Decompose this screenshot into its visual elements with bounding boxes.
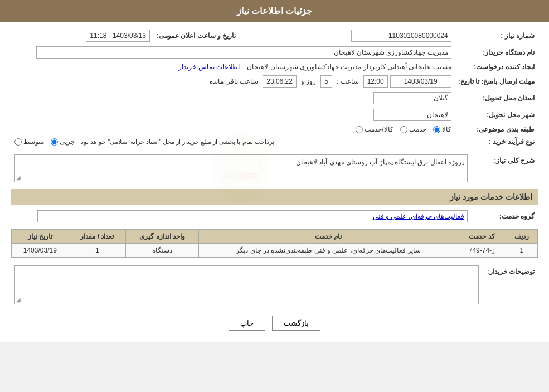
purchase-type-label: نوع فرآیند خرید : — [455, 135, 538, 148]
col-header-name: نام خدمت — [199, 230, 458, 244]
buyer-notes-label: توضیحات خریدار: — [482, 263, 538, 307]
remaining-box: 23:06:22 — [263, 75, 297, 88]
cell-service-code: ز-74-749 — [458, 244, 506, 258]
service-group-box: فعالیت‌های حرفه‌ای، علمی و فنی — [37, 210, 468, 222]
page-header: جزئیات اطلاعات نیاز — [0, 0, 549, 22]
bottom-buttons: بازگشت چاپ — [11, 316, 538, 331]
deadline-label: مهلت ارسال پاسخ: تا تاریخ: — [455, 73, 538, 90]
service-group-value: فعالیت‌های حرفه‌ای، علمی و فنی — [11, 208, 471, 225]
col-header-code: کد خدمت — [458, 230, 506, 244]
city-label: شهر محل تحویل: — [455, 107, 538, 123]
col-header-row: ردیف — [506, 230, 537, 244]
info-table: شماره نیاز : 1103010080000024 تاریخ و سا… — [11, 27, 538, 148]
need-number-value: 1103010080000024 — [239, 27, 454, 44]
page-title: جزئیات اطلاعات نیاز — [237, 6, 313, 16]
cell-service-name: سایر فعالیت‌های حرفه‌ای، علمی و فنی طبقه… — [199, 244, 458, 258]
purchase-note: پرداخت تمام یا بخشی از مبلغ خریدار از مح… — [79, 138, 274, 146]
city-box: لاهیجان — [373, 109, 451, 121]
buyer-org-value: مدیریت جهادکشاورزی شهرستان لاهیجان — [11, 44, 455, 61]
services-section-header: اطلاعات خدمات مورد نیاز — [11, 189, 538, 205]
need-number-box: 1103010080000024 — [351, 30, 451, 42]
buyer-org-label: نام دستگاه خریدار: — [455, 44, 538, 61]
need-desc-cell: RENDER پروژه انتقال برق ایستگاه پمپاژ آب… — [11, 152, 471, 185]
province-value: گیلان — [11, 90, 455, 107]
purchase-radio-jozi[interactable]: جزیی — [51, 138, 75, 146]
announce-value: 1403/03/13 - 11:18 — [11, 27, 153, 44]
service-group-table: گروه خدمت: فعالیت‌های حرفه‌ای، علمی و فن… — [11, 208, 538, 225]
need-desc-table: شرح کلی نیاز: RENDER پروژه انتقال برق ای… — [11, 152, 538, 185]
days-label: روز و — [301, 78, 316, 85]
time-box: 12:00 — [363, 75, 388, 88]
services-table: ردیف کد خدمت نام خدمت واحد اندازه گیری ت… — [11, 229, 538, 258]
col-header-date: تاریخ نیاز — [12, 230, 69, 244]
need-desc-box: RENDER پروژه انتقال برق ایستگاه پمپاژ آب… — [14, 154, 468, 182]
category-radio-kala-khedmat[interactable]: کالا/خدمت — [356, 125, 393, 133]
remaining-label: ساعت باقی مانده — [210, 78, 259, 85]
buyer-org-box: مدیریت جهادکشاورزی شهرستان لاهیجان — [36, 46, 451, 59]
purchase-type-row: متوسط جزیی پرداخت تمام یا بخشی از مبلغ خ… — [11, 135, 455, 148]
page-wrapper: جزئیات اطلاعات نیاز شماره نیاز : 1103010… — [0, 0, 549, 342]
province-box: گیلان — [373, 92, 451, 104]
need-number-label: شماره نیاز : — [455, 27, 538, 44]
cell-date: 1403/03/19 — [12, 244, 69, 258]
col-header-unit: واحد اندازه گیری — [126, 230, 199, 244]
category-label: طبقه بندی موضوعی: — [455, 123, 538, 135]
buyer-notes-cell: ◢ — [11, 263, 482, 307]
need-desc-label: شرح کلی نیاز: — [471, 152, 538, 185]
category-radio-kala[interactable]: کالا — [433, 125, 451, 133]
cell-quantity: 1 — [69, 244, 126, 258]
deadline-date-box: 1403/03/19 — [390, 75, 451, 88]
resize-handle: ◢ — [16, 175, 21, 181]
main-content: شماره نیاز : 1103010080000024 تاریخ و سا… — [0, 22, 549, 342]
time-label: ساعت : — [337, 78, 359, 85]
cell-row-num: 1 — [506, 244, 537, 258]
announce-label: تاریخ و ساعت اعلان عمومی: — [153, 27, 239, 44]
resize-handle-2: ◢ — [16, 297, 21, 303]
service-group-label: گروه خدمت: — [471, 208, 538, 225]
table-row: 1 ز-74-749 سایر فعالیت‌های حرفه‌ای، علمی… — [12, 244, 538, 258]
deadline-row: ساعت باقی مانده 23:06:22 روز و 5 ساعت : … — [11, 73, 455, 90]
city-value: لاهیجان — [11, 107, 455, 123]
back-button[interactable]: بازگشت — [272, 316, 320, 331]
category-radio-khedmat[interactable]: خدمت — [400, 125, 426, 133]
buyer-notes-table: توضیحات خریدار: ◢ — [11, 263, 538, 307]
col-header-qty: تعداد / مقدار — [69, 230, 126, 244]
created-by-label: ایجاد کننده درخواست: — [455, 61, 538, 73]
buyer-notes-box: ◢ — [14, 265, 479, 304]
province-label: استان محل تحویل: — [455, 90, 538, 107]
cell-unit: دستگاه — [126, 244, 199, 258]
contact-link[interactable]: اطلاعات تماس خریدار — [178, 63, 240, 71]
purchase-radio-motawaset[interactable]: متوسط — [14, 138, 44, 146]
days-box: 5 — [320, 75, 332, 88]
created-by-value: مسیب علیجانی آهندانی کاربرداز مدیریت جها… — [11, 61, 455, 73]
category-radios: کالا/خدمت خدمت کالا — [11, 123, 455, 135]
svg-text:RENDER: RENDER — [225, 172, 258, 181]
print-button[interactable]: چاپ — [229, 316, 265, 331]
announce-box: 1403/03/13 - 11:18 — [86, 30, 150, 42]
